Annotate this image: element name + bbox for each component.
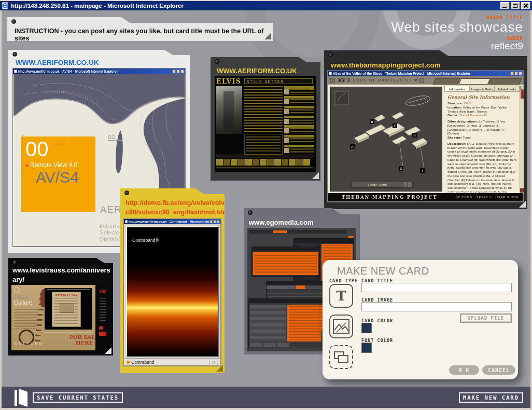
ie-page-icon [2, 2, 9, 9]
orange-panel: 00 Remote View 4.0 AV/S4 [21, 136, 95, 212]
footer-bar: SAVE CURRENT STATES MAKE NEW CARD [2, 387, 530, 408]
pin-icon[interactable] [12, 260, 17, 265]
mini-titlebar: Atlas of the Valley of the Kings - Theba… [328, 71, 523, 76]
info-row: Other designations: Le Tombeau 3 l'est [… [447, 119, 517, 135]
info-description: Description: KV 3, located in the first … [447, 142, 517, 193]
pin-icon[interactable] [11, 19, 16, 24]
era-word: Culture [14, 299, 32, 306]
info-heading: General Site Information [447, 94, 517, 100]
card-title: http://demo.fb.se/eng/volvo/volvox c90/v… [125, 198, 232, 217]
footer-link-search: SEARCH [477, 196, 492, 199]
layout-card-type-button[interactable] [329, 345, 353, 369]
site-header-bar: KV 3 SONS OF RAMESES III OVERVIEW DESCRI… [328, 76, 523, 85]
minimize-button[interactable] [500, 2, 510, 9]
elvis-logo: ELVIS [216, 77, 241, 85]
filmstrip-thumb [296, 159, 303, 166]
mini-maximize-icon [213, 220, 216, 223]
mini-title: http://www.aeriform.co.uk - AV/S4 - Micr… [18, 70, 172, 73]
mini-page-icon [125, 220, 128, 223]
board-title: Web sites showcase [391, 20, 523, 34]
body-text-block [244, 86, 283, 132]
mini-titlebar: http://www.aeriform.co.uk - AV/S4 - Micr… [13, 69, 185, 74]
dropdown-button2-icon [408, 182, 412, 187]
pin-icon[interactable] [124, 190, 129, 195]
site-menubar [249, 230, 347, 234]
status-dot-icon [127, 361, 130, 364]
ok-button[interactable]: O K [449, 365, 479, 375]
status-text: Contraband [131, 360, 208, 365]
make-new-card-button[interactable]: MAKE NEW CARD [459, 392, 523, 403]
pin-icon[interactable] [12, 52, 17, 57]
logo-circle-icon [14, 287, 20, 293]
card-title-input[interactable] [361, 283, 512, 292]
tab-information: Information [444, 86, 470, 91]
pin-icon[interactable] [215, 59, 219, 64]
sidebar-row [284, 135, 314, 144]
compass-icon [405, 94, 431, 107]
version-text: Remote View 4.0 [25, 161, 77, 169]
card-color-swatch[interactable] [361, 323, 372, 333]
section-header: STYLE SETTER [244, 78, 313, 84]
card-volvo[interactable]: http://demo.fb.se/eng/volvo/volvox c90/v… [120, 188, 225, 373]
site-footer-brand: THEBAN MAPPING PROJECT [342, 195, 456, 200]
save-current-states-button[interactable]: SAVE CURRENT STATES [33, 392, 123, 403]
card-aeriform-elvis[interactable]: WWW.AERIFORM.CO.UK ELVIS STYLE SETTER [211, 57, 320, 181]
window-titlebar[interactable]: http://143.248.250.81 - mainpage - Micro… [0, 1, 532, 10]
mini-close-icon [217, 220, 220, 223]
scroll-up-icon [520, 86, 524, 90]
mini-close-icon [519, 72, 522, 75]
filmstrip-thumb [231, 159, 237, 166]
newspaper-clipping: KITEBALL DAY [52, 292, 81, 327]
filmstrip-thumb [238, 159, 245, 166]
card-levistrauss[interactable]: www.levistrauss.com/annivers ary/ 1910s … [8, 258, 113, 356]
mini-title: http://www.aeriform.co.uk - Contraband -… [129, 220, 209, 223]
sidebar-list [284, 86, 314, 155]
mini-minimize-icon [172, 70, 176, 73]
tomb-chamber-labels: A B F G H J [350, 119, 425, 173]
make-new-card-dialog: MAKE NEW CARD CARD TYPE T CARD TITLE [323, 260, 518, 379]
svg-text:B: B [371, 120, 373, 124]
maximize-button[interactable] [511, 2, 520, 9]
site-main: A B F G H J Entire Tomb [328, 85, 524, 194]
filmstrip-thumb [245, 159, 252, 166]
svg-text:J: J [422, 169, 423, 173]
cancel-button[interactable]: CANCEL [482, 365, 515, 375]
board-header: BOARD TITLE Web sites showcase OWNER ref… [391, 15, 523, 52]
filmstrip-thumb [267, 159, 274, 166]
center-panel: KITEBALL DAY [45, 288, 92, 330]
pin-icon[interactable] [248, 210, 253, 215]
close-button[interactable] [521, 2, 530, 9]
for-sale-text: FOR SALE HERE [69, 334, 99, 346]
card-title: www.egomedia.com [249, 218, 314, 226]
instruction-card[interactable]: INSTRUCTION - you can post any sites you… [7, 17, 273, 41]
svg-text:G: G [400, 167, 402, 170]
tomb-diagram: A B F G H J [331, 87, 442, 192]
sidebar-row [284, 145, 314, 154]
contraband-brand: Contraband® [132, 238, 159, 243]
fold-corner-icon [216, 365, 223, 372]
filmstrip-thumb [253, 159, 259, 166]
fold-corner-icon [312, 172, 319, 179]
tomb-pane: A B F G H J Entire Tomb [330, 87, 442, 192]
fold-corner-icon [105, 347, 111, 354]
mini-page-icon [14, 70, 17, 73]
image-card-type-button[interactable] [329, 315, 353, 338]
sidebar-row [284, 106, 314, 115]
refresh-icon [214, 360, 218, 364]
card-image-input[interactable] [361, 302, 512, 311]
dialog-title: MAKE NEW CARD [337, 265, 429, 277]
upload-file-button[interactable]: UPLOAD FILE [460, 313, 512, 323]
info-row: Structure: KV 3 [447, 101, 517, 105]
ego-window-2 [251, 247, 320, 277]
product-name: AV/S4 [36, 169, 79, 186]
text-card-type-button[interactable]: T [329, 284, 353, 308]
mini-titlebar: http://www.aeriform.co.uk - Contraband -… [124, 219, 221, 224]
font-color-swatch[interactable] [361, 343, 372, 353]
pin-icon[interactable] [328, 52, 333, 57]
fold-corner-icon [264, 33, 271, 39]
gg-mark: GG [108, 134, 122, 141]
contraband-statusbar: Contraband [124, 358, 220, 365]
info-panel-scrollbar [520, 86, 524, 193]
layout-card-icon [333, 349, 349, 365]
card-theban[interactable]: www.thebanmappingproject.com Atlas of th… [324, 50, 527, 209]
